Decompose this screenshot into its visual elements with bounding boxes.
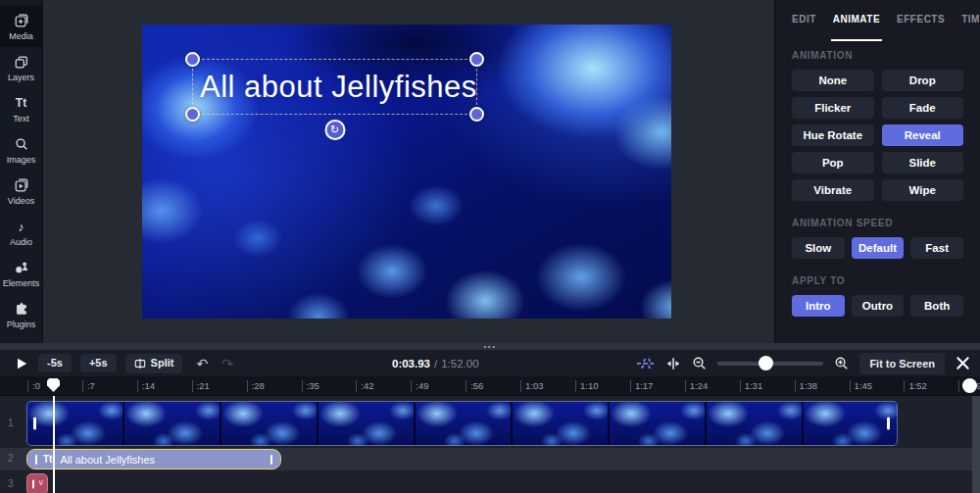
animation-option-none[interactable]: None	[792, 70, 874, 91]
zoom-out-button[interactable]	[692, 356, 707, 370]
zoom-out-icon	[692, 356, 707, 370]
timeline-toolbar: -5s +5s Split ↶ ↷ 0:03.93 / 1:52.00	[0, 350, 980, 376]
zoom-in-button[interactable]	[834, 356, 849, 370]
video-canvas[interactable]: All about Jellyfishes ↻	[142, 25, 671, 319]
track-number-3: 3	[8, 478, 14, 489]
split-icon	[134, 358, 146, 370]
settings-panel: EDIT ANIMATE EFFECTS TIMING ANIMATION No…	[774, 0, 980, 343]
text-clip[interactable]: Tt All about Jellyfishes	[26, 449, 281, 469]
resize-handle-bottom-left[interactable]	[185, 107, 200, 122]
text-icon: Tt	[13, 95, 29, 112]
fit-to-screen-button[interactable]: Fit to Screen	[859, 353, 945, 374]
snap-toggle[interactable]	[636, 357, 655, 370]
canvas-text-overlay[interactable]: All about Jellyfishes	[193, 70, 477, 105]
ruler-tick: :21	[192, 380, 210, 392]
apply-option-both[interactable]: Both	[910, 295, 963, 317]
rewind-5s-button[interactable]: -5s	[38, 354, 72, 372]
speed-section-label: ANIMATION SPEED	[792, 218, 963, 228]
ruler-tick: :35	[302, 380, 319, 392]
image-clip-trim-left[interactable]	[32, 480, 34, 489]
sidebar-item-elements[interactable]: Elements	[0, 253, 42, 294]
ruler-tick: :7	[82, 380, 95, 392]
tab-edit[interactable]: EDIT	[792, 14, 816, 33]
playhead-line[interactable]	[53, 396, 55, 493]
timeline-scrollbar-knob[interactable]	[962, 378, 977, 393]
timeline-resize-handle[interactable]: •••	[0, 343, 980, 350]
panel-tabs: EDIT ANIMATE EFFECTS TIMING	[792, 0, 963, 33]
ruler-tick: 1:24	[685, 380, 709, 392]
snap-icon	[636, 357, 655, 370]
video-clip[interactable]	[26, 401, 898, 446]
tab-timing[interactable]: TIMING	[961, 14, 980, 33]
speed-option-fast[interactable]: Fast	[910, 237, 963, 259]
video-clip-trim-right[interactable]	[887, 418, 890, 430]
expand-clips-toggle[interactable]	[665, 357, 681, 370]
animation-option-drop[interactable]: Drop	[882, 70, 964, 91]
play-icon	[15, 357, 28, 370]
text-selection-box[interactable]: All about Jellyfishes ↻	[192, 59, 477, 115]
apply-to-options: Intro Outro Both	[792, 295, 963, 317]
apply-option-outro[interactable]: Outro	[852, 295, 905, 317]
ruler-tick: :0	[27, 380, 40, 392]
image-clip[interactable]: v	[26, 473, 48, 493]
plugins-icon	[13, 301, 29, 318]
split-button[interactable]: Split	[125, 354, 183, 373]
layers-icon	[13, 54, 29, 71]
undo-button[interactable]: ↶	[196, 357, 208, 370]
sidebar-item-audio[interactable]: ♪ Audio	[0, 212, 42, 253]
apply-to-section-label: APPLY TO	[792, 275, 963, 286]
timeline: -5s +5s Split ↶ ↷ 0:03.93 / 1:52.00	[0, 350, 980, 493]
animation-option-slide[interactable]: Slide	[882, 152, 964, 173]
timeline-toolbar-right: Fit to Screen	[636, 350, 970, 376]
image-clip-glyph: v	[39, 478, 44, 487]
rotate-handle[interactable]: ↻	[324, 120, 345, 140]
rotate-icon: ↻	[330, 123, 339, 135]
ruler-tick: 1:03	[520, 380, 544, 392]
sidebar-item-text[interactable]: Tt Text	[0, 88, 42, 129]
resize-handle-bottom-right[interactable]	[469, 107, 484, 122]
ruler-tick: 1:38	[795, 380, 818, 392]
animation-option-hue-rotate[interactable]: Hue Rotate	[792, 124, 874, 146]
animation-option-vibrate[interactable]: Vibrate	[792, 179, 874, 201]
sidebar-item-label: Videos	[8, 196, 34, 206]
sidebar-item-videos[interactable]: Videos	[0, 171, 42, 212]
play-button[interactable]	[14, 356, 29, 371]
forward-5s-button[interactable]: +5s	[80, 354, 117, 372]
redo-button[interactable]: ↷	[221, 357, 233, 370]
resize-handle-top-right[interactable]	[469, 52, 484, 67]
timeline-ruler[interactable]: :0:7:14:21:28:35:42:49:561:031:101:171:2…	[0, 376, 980, 396]
sidebar-item-media[interactable]: Media	[0, 6, 42, 47]
drag-dots-icon: •••	[484, 344, 497, 349]
playhead-marker[interactable]	[47, 378, 60, 392]
sidebar-item-label: Audio	[10, 237, 32, 247]
animation-option-flicker[interactable]: Flicker	[792, 97, 874, 119]
sidebar-item-layers[interactable]: Layers	[0, 47, 42, 88]
animation-option-pop[interactable]: Pop	[792, 152, 874, 173]
tab-effects[interactable]: EFFECTS	[897, 14, 945, 33]
close-icon	[956, 356, 970, 370]
close-timeline-button[interactable]	[956, 356, 970, 370]
speed-option-default[interactable]: Default	[852, 237, 905, 259]
sidebar-item-plugins[interactable]: Plugins	[0, 294, 42, 335]
animation-option-wipe[interactable]: Wipe	[882, 179, 964, 201]
speed-option-slow[interactable]: Slow	[792, 237, 845, 259]
tab-animate[interactable]: ANIMATE	[833, 14, 880, 33]
animation-option-fade[interactable]: Fade	[882, 97, 964, 119]
ruler-tick: 1:45	[850, 380, 873, 392]
zoom-in-icon	[834, 356, 849, 370]
sidebar-item-label: Images	[7, 155, 36, 165]
text-clip-trim-right[interactable]	[270, 455, 272, 465]
timeline-vertical-scrollbar[interactable]	[972, 396, 980, 493]
animation-option-reveal[interactable]: Reveal	[882, 124, 964, 146]
apply-option-intro[interactable]: Intro	[792, 295, 845, 317]
video-clip-trim-left[interactable]	[33, 418, 36, 430]
sidebar-item-label: Elements	[3, 278, 40, 288]
media-icon	[13, 13, 29, 29]
animation-options: None Drop Flicker Fade Hue Rotate Reveal…	[792, 70, 963, 201]
total-time: 1:52.00	[441, 358, 478, 370]
text-clip-trim-left[interactable]	[35, 455, 37, 465]
timeline-zoom-slider[interactable]	[717, 362, 823, 366]
sidebar-item-images[interactable]: Images	[0, 129, 42, 171]
zoom-slider-knob[interactable]	[759, 356, 773, 370]
resize-handle-top-left[interactable]	[185, 52, 200, 67]
